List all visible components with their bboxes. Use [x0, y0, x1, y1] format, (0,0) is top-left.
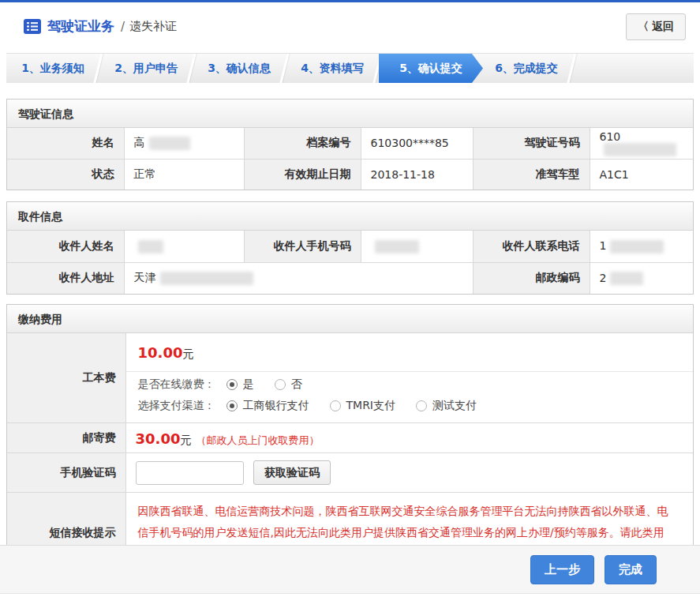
field-value-license-number: 610 — [590, 128, 693, 159]
redacted-value — [610, 240, 664, 253]
table-row: 姓名 高 档案编号 610300****85 驾驶证号码 610 — [7, 128, 693, 159]
field-value-expiry-date: 2018-11-18 — [361, 159, 473, 190]
field-label-status: 状态 — [7, 159, 124, 190]
radio-option[interactable]: 测试支付 — [416, 399, 477, 413]
table-row-production-fee: 工本费 10.00元 是否在线缴费： 是否 选择支付渠道： 工商银行支付TMRI… — [7, 333, 693, 423]
section-license-info: 驾驶证信息 姓名 高 档案编号 610300****85 驾驶证号码 610 状… — [6, 99, 694, 190]
field-label-sms-code: 手机验证码 — [7, 453, 125, 493]
get-sms-code-button[interactable]: 获取验证码 — [253, 460, 331, 485]
field-value-postal-code: 2 — [590, 262, 693, 294]
section-fees-title: 缴纳费用 — [7, 305, 693, 333]
field-label-production-fee: 工本费 — [7, 333, 125, 423]
field-label-recipient-address: 收件人地址 — [7, 262, 124, 294]
online-payment-question: 是否在线缴费： — [138, 377, 215, 392]
field-label-recipient-phone: 收件人联系电话 — [473, 231, 590, 262]
radio-unselected-icon[interactable] — [330, 400, 341, 411]
back-button[interactable]: 〈返回 — [626, 13, 686, 40]
field-value-recipient-phone: 1 — [590, 231, 693, 262]
field-value-recipient-name — [124, 231, 244, 262]
radio-option-label: 否 — [291, 377, 302, 392]
license-info-table: 姓名 高 档案编号 610300****85 驾驶证号码 610 状态 正常 有… — [7, 128, 693, 190]
step-4-fill-data[interactable]: 4、资料填写 — [286, 54, 379, 83]
fees-table: 工本费 10.00元 是否在线缴费： 是否 选择支付渠道： 工商银行支付TMRI… — [7, 333, 693, 573]
step-3-confirm-info[interactable]: 3、确认信息 — [193, 54, 286, 83]
fee-unit: 元 — [182, 347, 193, 360]
radio-selected-icon[interactable] — [226, 400, 238, 411]
sms-code-cell: 获取验证码 — [125, 453, 693, 493]
redacted-value — [138, 240, 163, 253]
radio-unselected-icon[interactable] — [416, 400, 427, 411]
section-payment-fees: 缴纳费用 工本费 10.00元 是否在线缴费： 是否 选择支付渠道： 工商银行支… — [6, 304, 694, 574]
back-button-label: 返回 — [652, 20, 674, 32]
step-1-business-notice[interactable]: 1、业务须知 — [6, 54, 99, 83]
fee-unit: 元 — [180, 434, 191, 446]
redacted-value — [610, 272, 643, 285]
step-progress-bar: 1、业务须知 2、用户申告 3、确认信息 4、资料填写 5、确认提交 6、完成提… — [6, 53, 694, 83]
field-label-name: 姓名 — [7, 128, 124, 159]
sms-code-input[interactable] — [136, 461, 244, 485]
document-list-icon — [24, 19, 41, 34]
radio-unselected-icon[interactable] — [275, 379, 286, 390]
radio-option[interactable]: 工商银行支付 — [226, 399, 309, 413]
online-payment-radio-group: 是否 — [226, 377, 323, 392]
field-label-license-number: 驾驶证号码 — [473, 128, 590, 159]
section-pickup-title: 取件信息 — [7, 202, 693, 231]
step-2-user-declaration[interactable]: 2、用户申告 — [99, 54, 193, 83]
radio-selected-icon[interactable] — [226, 379, 238, 390]
field-label-postal-code: 邮政编码 — [473, 262, 590, 294]
finish-button[interactable]: 完成 — [605, 555, 657, 584]
pickup-info-table: 收件人姓名 收件人手机号码 收件人联系电话 1 收件人地址 天津 邮政编码 2 — [7, 231, 693, 294]
redacted-value — [160, 272, 253, 285]
table-row: 收件人姓名 收件人手机号码 收件人联系电话 1 — [7, 231, 693, 262]
table-row: 收件人地址 天津 邮政编码 2 — [7, 262, 693, 294]
field-value-vehicle-class: A1C1 — [590, 159, 693, 190]
production-fee-amount: 10.00元 — [126, 333, 694, 372]
field-label-recipient-mobile: 收件人手机号码 — [244, 231, 361, 262]
breadcrumb-current: 遗失补证 — [129, 19, 177, 34]
table-row-sms-code: 手机验证码 获取验证码 — [7, 453, 693, 493]
chevron-left-icon: 〈 — [638, 20, 649, 32]
online-payment-question-row: 是否在线缴费： 是否 — [126, 372, 694, 393]
radio-option-label: 工商银行支付 — [243, 399, 309, 413]
mail-fee-note: （邮政人员上门收取费用） — [196, 434, 319, 446]
field-label-expiry-date: 有效期止日期 — [244, 159, 361, 190]
field-value-recipient-address: 天津 — [124, 262, 473, 294]
field-value-name: 高 — [124, 128, 244, 159]
radio-option-label: TMRI支付 — [346, 399, 396, 413]
field-value-file-number: 610300****85 — [361, 128, 473, 159]
step-bar-filler — [573, 54, 694, 83]
field-label-vehicle-class: 准驾车型 — [473, 159, 590, 190]
field-label-recipient-name: 收件人姓名 — [7, 231, 124, 262]
radio-option-label: 是 — [243, 377, 254, 392]
step-5-confirm-submit-active[interactable]: 5、确认提交 — [379, 54, 483, 83]
section-pickup-info: 取件信息 收件人姓名 收件人手机号码 收件人联系电话 1 收件人地址 天津 邮政… — [6, 201, 694, 295]
breadcrumb-separator: / — [121, 20, 125, 34]
payment-channel-radio-group: 工商银行支付TMRI支付测试支付 — [226, 399, 498, 413]
previous-step-button[interactable]: 上一步 — [530, 555, 594, 584]
field-label-file-number: 档案编号 — [244, 128, 361, 159]
radio-option[interactable]: 否 — [275, 377, 302, 392]
payment-channel-question-row: 选择支付渠道： 工商银行支付TMRI支付测试支付 — [126, 393, 694, 422]
radio-option[interactable]: TMRI支付 — [330, 399, 396, 413]
redacted-value — [375, 240, 419, 253]
field-value-status: 正常 — [124, 159, 244, 190]
radio-option[interactable]: 是 — [226, 377, 254, 392]
fee-amount-value: 10.00 — [138, 344, 183, 361]
redacted-value — [604, 143, 676, 156]
radio-option-label: 测试支付 — [432, 399, 477, 413]
payment-channel-question: 选择支付渠道： — [138, 399, 215, 413]
redacted-value — [149, 137, 190, 150]
field-value-recipient-mobile — [361, 231, 473, 262]
table-row-mail-fee: 邮寄费 30.00元（邮政人员上门收取费用） — [7, 423, 693, 453]
field-label-mail-fee: 邮寄费 — [7, 423, 125, 453]
mail-fee-value: 30.00元（邮政人员上门收取费用） — [125, 423, 693, 453]
table-row: 状态 正常 有效期止日期 2018-11-18 准驾车型 A1C1 — [7, 159, 693, 190]
step-6-complete-submit[interactable]: 6、完成提交 — [480, 54, 573, 83]
fee-amount-value: 30.00 — [136, 430, 181, 447]
page-header: 驾驶证业务 / 遗失补证 〈返回 — [0, 2, 700, 51]
page-title: 驾驶证业务 — [47, 17, 114, 36]
section-license-title: 驾驶证信息 — [7, 100, 693, 128]
footer-action-bar: 上一步 完成 — [0, 545, 700, 594]
